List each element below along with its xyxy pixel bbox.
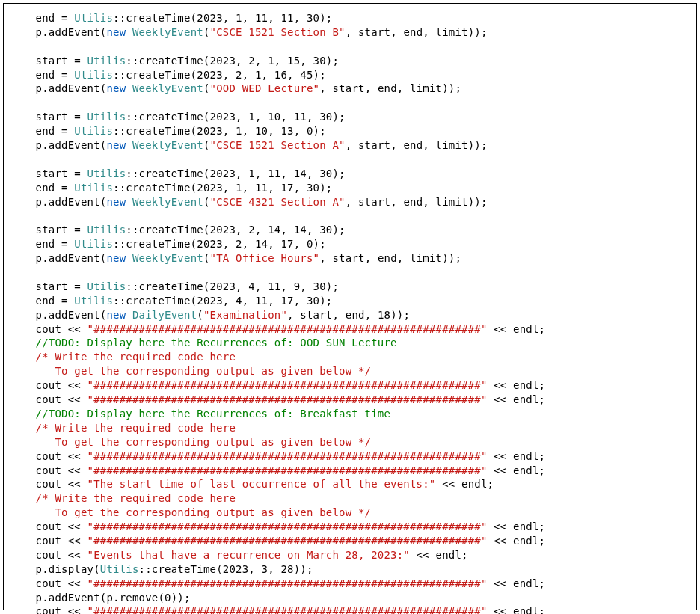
code-line: start = Utilis::createTime(2023, 4, 11, … bbox=[10, 280, 339, 292]
code-token: "#######################################… bbox=[88, 577, 488, 589]
code-token: p.addEvent(p.remove(0)); bbox=[36, 592, 191, 604]
code-line: p.addEvent(new WeeklyEvent("TA Office Ho… bbox=[10, 252, 461, 264]
code-token: Utilis bbox=[88, 55, 126, 67]
code-token: Utilis bbox=[74, 295, 113, 307]
code-token: ( bbox=[197, 309, 203, 321]
code-token: ::createTime(2023, 2, 14, 17, 0); bbox=[113, 238, 326, 250]
code-line: start = Utilis::createTime(2023, 2, 1, 1… bbox=[10, 55, 339, 67]
code-token: , start, end, limit)); bbox=[346, 196, 488, 208]
code-token: cout << bbox=[36, 521, 88, 532]
code-token: start = bbox=[36, 111, 88, 123]
code-token: << endl; bbox=[410, 549, 468, 561]
code-token: "#######################################… bbox=[88, 450, 488, 462]
code-token: new bbox=[106, 82, 126, 94]
code-line bbox=[10, 40, 36, 52]
code-line: end = Utilis::createTime(2023, 2, 1, 16,… bbox=[10, 69, 326, 81]
code-token: "#######################################… bbox=[88, 521, 488, 532]
code-line: cout << "###############################… bbox=[10, 323, 545, 335]
code-token: cout << bbox=[36, 393, 88, 405]
code-token: << endl; bbox=[488, 577, 546, 589]
code-token: ::createTime(2023, 1, 11, 14, 30); bbox=[126, 168, 345, 179]
code-line: cout << "###############################… bbox=[10, 577, 545, 589]
code-token: cout << bbox=[36, 535, 88, 547]
code-token: "TA Office Hours" bbox=[210, 252, 320, 264]
code-token: p.display( bbox=[36, 563, 100, 575]
code-token: ::createTime(2023, 2, 1, 16, 45); bbox=[113, 69, 326, 81]
code-line: To get the corresponding output as given… bbox=[10, 436, 371, 448]
code-token: To get the corresponding output as given… bbox=[36, 365, 372, 377]
code-token bbox=[126, 139, 132, 151]
code-token: new bbox=[106, 26, 126, 38]
code-token: p.addEvent( bbox=[36, 139, 107, 151]
code-token: //TODO: Display here the Recurrences of:… bbox=[36, 408, 391, 420]
code-token: DailyEvent bbox=[132, 309, 197, 321]
code-token: ( bbox=[203, 196, 210, 208]
code-token: ( bbox=[203, 82, 210, 94]
code-token: WeeklyEvent bbox=[132, 139, 203, 151]
code-token: end = bbox=[36, 295, 75, 307]
code-token: "The start time of last occurrence of al… bbox=[88, 478, 436, 490]
code-token: "CSCE 1521 Section B" bbox=[210, 26, 346, 38]
code-token: end = bbox=[36, 12, 75, 24]
code-token: "#######################################… bbox=[88, 605, 488, 614]
code-line: cout << "###############################… bbox=[10, 393, 545, 405]
code-token: WeeklyEvent bbox=[132, 252, 203, 264]
code-line: /* Write the required code here bbox=[10, 492, 236, 504]
code-token: Utilis bbox=[88, 111, 126, 123]
code-token: , start, end, limit)); bbox=[319, 82, 461, 94]
code-token: << endl; bbox=[488, 521, 546, 532]
code-token: ( bbox=[203, 252, 210, 264]
code-line: cout << "Events that have a recurrence o… bbox=[10, 549, 468, 561]
code-line: cout << "The start time of last occurren… bbox=[10, 478, 494, 490]
code-token bbox=[126, 196, 132, 208]
code-line bbox=[10, 96, 36, 108]
code-token: cout << bbox=[36, 478, 88, 490]
code-token: "#######################################… bbox=[88, 535, 488, 547]
code-line bbox=[10, 266, 36, 278]
code-token: "Events that have a recurrence on March … bbox=[88, 549, 410, 561]
code-token: p.addEvent( bbox=[36, 196, 107, 208]
code-token: start = bbox=[36, 280, 88, 292]
code-line: cout << "###############################… bbox=[10, 521, 545, 532]
code-token: /* Write the required code here bbox=[36, 351, 236, 363]
code-token: "Examination" bbox=[203, 309, 287, 321]
code-token: "#######################################… bbox=[88, 393, 488, 405]
code-token: Utilis bbox=[74, 182, 113, 194]
code-token: p.addEvent( bbox=[36, 309, 107, 321]
code-line: To get the corresponding output as given… bbox=[10, 365, 371, 377]
code-token: Utilis bbox=[74, 69, 113, 81]
code-token: Utilis bbox=[100, 563, 139, 575]
code-line: end = Utilis::createTime(2023, 1, 10, 13… bbox=[10, 125, 326, 137]
code-line: start = Utilis::createTime(2023, 1, 10, … bbox=[10, 111, 346, 123]
code-token: end = bbox=[36, 69, 75, 81]
code-line: cout << "###############################… bbox=[10, 605, 545, 614]
code-token: , start, end, 18)); bbox=[287, 309, 410, 321]
code-token: "CSCE 1521 Section A" bbox=[210, 139, 346, 151]
code-token: cout << bbox=[36, 549, 88, 561]
code-token: cout << bbox=[36, 464, 88, 476]
code-token: To get the corresponding output as given… bbox=[36, 506, 372, 518]
code-line: cout << "###############################… bbox=[10, 464, 545, 476]
code-token: //TODO: Display here the Recurrences of:… bbox=[36, 337, 397, 349]
code-token bbox=[126, 82, 132, 94]
code-token: cout << bbox=[36, 450, 88, 462]
code-token: , start, end, limit)); bbox=[319, 252, 461, 264]
code-token: cout << bbox=[36, 323, 88, 335]
code-token: new bbox=[106, 139, 126, 151]
code-token: cout << bbox=[36, 379, 88, 391]
code-token: end = bbox=[36, 182, 75, 194]
code-token: << endl; bbox=[488, 450, 546, 462]
code-token bbox=[126, 309, 132, 321]
code-token: << endl; bbox=[488, 464, 546, 476]
code-token: cout << bbox=[36, 577, 88, 589]
code-token: start = bbox=[36, 224, 88, 236]
code-token: p.addEvent( bbox=[36, 26, 107, 38]
code-line: cout << "###############################… bbox=[10, 450, 545, 462]
code-line: cout << "###############################… bbox=[10, 379, 545, 391]
code-line: p.addEvent(new WeeklyEvent("OOD WED Lect… bbox=[10, 82, 461, 94]
code-token: /* Write the required code here bbox=[36, 422, 236, 434]
code-token: << endl; bbox=[488, 605, 546, 614]
code-line: /* Write the required code here bbox=[10, 351, 236, 363]
code-token: , start, end, limit)); bbox=[346, 139, 488, 151]
code-token: WeeklyEvent bbox=[132, 26, 203, 38]
